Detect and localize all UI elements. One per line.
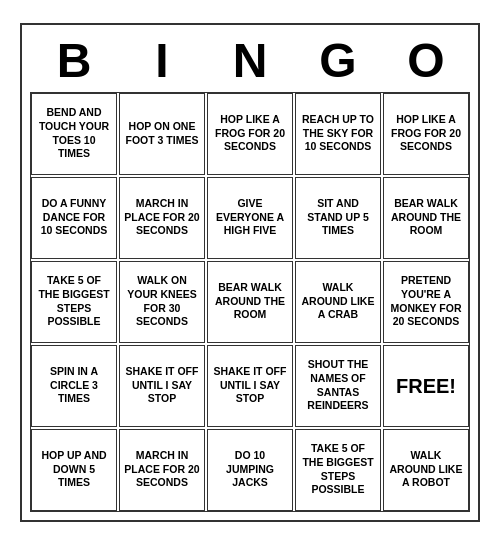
bingo-cell-11[interactable]: WALK ON YOUR KNEES FOR 30 SECONDS bbox=[119, 261, 205, 343]
bingo-card: BINGO BEND AND TOUCH YOUR TOES 10 TIMESH… bbox=[20, 23, 480, 522]
bingo-cell-20[interactable]: HOP UP AND DOWN 5 TIMES bbox=[31, 429, 117, 511]
bingo-cell-3[interactable]: REACH UP TO THE SKY FOR 10 SECONDS bbox=[295, 93, 381, 175]
bingo-cell-14[interactable]: PRETEND YOU'RE A MONKEY FOR 20 SECONDS bbox=[383, 261, 469, 343]
bingo-letter-n: N bbox=[208, 33, 292, 88]
bingo-cell-23[interactable]: TAKE 5 OF THE BIGGEST STEPS POSSIBLE bbox=[295, 429, 381, 511]
bingo-letter-b: B bbox=[32, 33, 116, 88]
bingo-cell-7[interactable]: GIVE EVERYONE A HIGH FIVE bbox=[207, 177, 293, 259]
bingo-cell-2[interactable]: HOP LIKE A FROG FOR 20 SECONDS bbox=[207, 93, 293, 175]
bingo-cell-12[interactable]: BEAR WALK AROUND THE ROOM bbox=[207, 261, 293, 343]
bingo-cell-21[interactable]: MARCH IN PLACE FOR 20 SECONDS bbox=[119, 429, 205, 511]
bingo-cell-6[interactable]: MARCH IN PLACE FOR 20 SECONDS bbox=[119, 177, 205, 259]
bingo-cell-19[interactable]: Free! bbox=[383, 345, 469, 427]
bingo-grid: BEND AND TOUCH YOUR TOES 10 TIMESHOP ON … bbox=[30, 92, 470, 512]
bingo-cell-10[interactable]: TAKE 5 OF THE BIGGEST STEPS POSSIBLE bbox=[31, 261, 117, 343]
bingo-cell-13[interactable]: WALK AROUND LIKE A CRAB bbox=[295, 261, 381, 343]
bingo-cell-4[interactable]: HOP LIKE A FROG FOR 20 SECONDS bbox=[383, 93, 469, 175]
bingo-letter-o: O bbox=[384, 33, 468, 88]
bingo-letter-i: I bbox=[120, 33, 204, 88]
bingo-cell-5[interactable]: DO A FUNNY DANCE FOR 10 SECONDS bbox=[31, 177, 117, 259]
bingo-cell-15[interactable]: SPIN IN A CIRCLE 3 TIMES bbox=[31, 345, 117, 427]
bingo-cell-9[interactable]: BEAR WALK AROUND THE ROOM bbox=[383, 177, 469, 259]
bingo-letter-g: G bbox=[296, 33, 380, 88]
bingo-cell-18[interactable]: SHOUT THE NAMES OF SANTAS REINDEERS bbox=[295, 345, 381, 427]
bingo-cell-8[interactable]: SIT AND STAND UP 5 TIMES bbox=[295, 177, 381, 259]
bingo-cell-17[interactable]: SHAKE IT OFF UNTIL I SAY STOP bbox=[207, 345, 293, 427]
bingo-cell-16[interactable]: SHAKE IT OFF UNTIL I SAY STOP bbox=[119, 345, 205, 427]
bingo-cell-0[interactable]: BEND AND TOUCH YOUR TOES 10 TIMES bbox=[31, 93, 117, 175]
bingo-header: BINGO bbox=[30, 33, 470, 88]
bingo-cell-24[interactable]: WALK AROUND LIKE A ROBOT bbox=[383, 429, 469, 511]
bingo-cell-1[interactable]: HOP ON ONE FOOT 3 TIMES bbox=[119, 93, 205, 175]
bingo-cell-22[interactable]: DO 10 JUMPING JACKS bbox=[207, 429, 293, 511]
